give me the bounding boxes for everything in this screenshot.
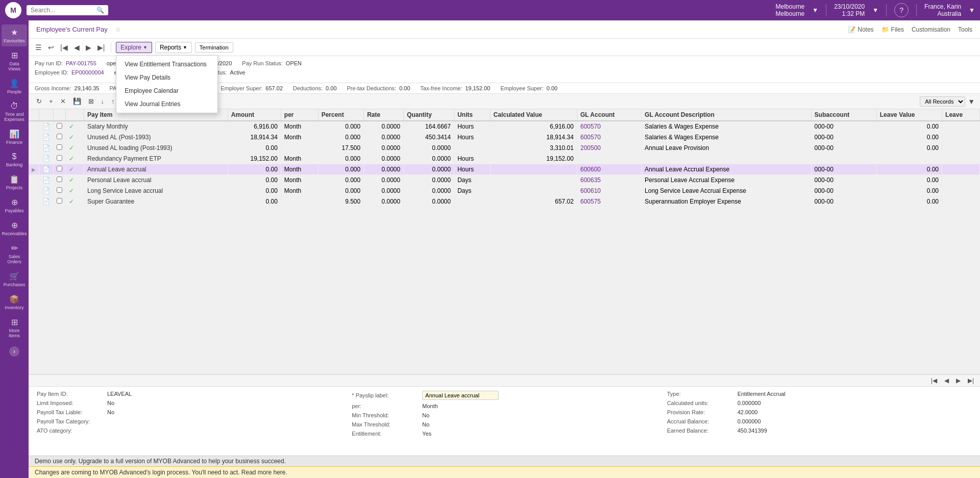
explore-menu-item-3[interactable]: View Journal Entries xyxy=(116,97,217,111)
cell-checkbox[interactable] xyxy=(54,143,66,154)
sidebar-item-data-views[interactable]: ⊞ Data Views xyxy=(2,47,27,74)
cell-doc-icon: 📄 xyxy=(39,186,54,196)
explore-menu-item-2[interactable]: Employee Calendar xyxy=(116,84,217,97)
grid-add-button[interactable]: + xyxy=(46,96,56,106)
bottom-next-btn[interactable]: ▶ xyxy=(954,376,963,385)
customisation-link[interactable]: Customisation xyxy=(912,26,950,33)
grid-export-button[interactable]: ⊠ xyxy=(86,96,96,106)
type-row: Type: Entitlement Accrual xyxy=(667,391,972,397)
cell-percent: 0.000 xyxy=(318,186,364,196)
cell-calc-value: 657.02 xyxy=(490,196,577,207)
sidebar-item-purchases[interactable]: 🛒 Purchases xyxy=(2,268,27,290)
earned-balance-value: 450.341399 xyxy=(738,427,767,434)
pay-item-id-label: Pay Item ID: xyxy=(37,391,103,397)
cell-checkbox[interactable] xyxy=(54,186,66,196)
clock-icon: ⏱ xyxy=(10,102,18,111)
cell-units: Hours xyxy=(454,154,491,164)
favourite-star-icon[interactable]: ☆ xyxy=(115,26,121,33)
cell-checkbox[interactable] xyxy=(54,121,66,132)
max-threshold-row: Max Threshold: No xyxy=(352,421,656,427)
filter-icon[interactable]: ▼ xyxy=(968,97,975,106)
cell-calc-value: 3,310.01 xyxy=(490,143,577,154)
undo-button[interactable]: ↩ xyxy=(46,42,56,53)
explore-menu-item-0[interactable]: View Entitlement Transactions xyxy=(116,58,217,71)
chevron-down-icon[interactable]: ▼ xyxy=(812,7,818,14)
pre-tax-deductions-field: Pre-tax Deductions: 0.00 xyxy=(347,85,410,91)
cell-chevron xyxy=(29,132,39,143)
sidebar-item-banking[interactable]: $ Banking xyxy=(2,149,27,170)
files-link[interactable]: 📁 Files xyxy=(881,26,904,33)
cell-subaccount: 000-00 xyxy=(811,196,876,207)
explore-menu-item-1[interactable]: View Pay Details xyxy=(116,71,217,84)
sidebar-item-receivables[interactable]: ⊕ Receivables xyxy=(2,217,27,239)
cell-gl-account: 200500 xyxy=(577,143,641,154)
cell-checkbox[interactable] xyxy=(54,196,66,207)
sidebar-item-projects[interactable]: 📋 Projects xyxy=(2,171,27,193)
provision-rate-row: Provision Rate: 42.0000 xyxy=(667,409,972,415)
cell-doc-icon: 📄 xyxy=(39,121,54,132)
col-chevron xyxy=(29,109,39,121)
sidebar-item-people[interactable]: 👤 People xyxy=(2,76,27,97)
search-box[interactable]: 🔍 xyxy=(27,5,108,15)
cell-checkbox[interactable] xyxy=(54,132,66,143)
sidebar-item-payables[interactable]: ⊕ Payables xyxy=(2,194,27,216)
bottom-first-btn[interactable]: |◀ xyxy=(929,376,939,385)
table-row[interactable]: 📄 ✓ Salary Monthly 6,916.00 Month 0.000 … xyxy=(29,121,980,132)
pay-run-id-value[interactable]: PAY-001755 xyxy=(66,60,96,66)
grid-delete-button[interactable]: ✕ xyxy=(58,96,68,106)
grid-save-button[interactable]: 💾 xyxy=(70,96,84,106)
employee-id-value[interactable]: EP00000004 xyxy=(71,69,104,76)
payslip-label-input[interactable] xyxy=(422,391,499,400)
cell-checkbox[interactable] xyxy=(54,175,66,186)
bottom-prev-btn[interactable]: ◀ xyxy=(942,376,951,385)
per-value: Month xyxy=(422,403,438,409)
sidebar-item-finance[interactable]: 📊 Finance xyxy=(2,126,27,148)
table-row[interactable]: 📄 ✓ Unused AL (Post-1993) 18,914.34 Mont… xyxy=(29,132,980,143)
bottom-last-btn[interactable]: ▶| xyxy=(966,376,976,385)
sidebar-item-inventory[interactable]: 📦 Inventory xyxy=(2,291,27,313)
cell-checkbox[interactable] xyxy=(54,154,66,164)
clipboard-icon: 📋 xyxy=(9,174,19,184)
grid-refresh-button[interactable]: ↻ xyxy=(34,96,44,106)
tax-free-income-field: Tax-free Income: 19,152.00 xyxy=(421,85,491,91)
termination-button[interactable]: Termination xyxy=(195,42,233,53)
search-icon: 🔍 xyxy=(96,7,104,14)
sidebar-item-label: Time and Expenses xyxy=(4,112,25,122)
records-dropdown[interactable]: All Records xyxy=(920,96,965,107)
cell-checkbox[interactable] xyxy=(54,164,66,175)
toggle-panel-button[interactable]: ☰ xyxy=(34,42,43,53)
cell-rate: 0.0000 xyxy=(364,164,404,175)
notes-link[interactable]: 📝 Notes xyxy=(848,26,873,33)
sidebar-item-sales-orders[interactable]: ✏ Sales Orders xyxy=(2,240,27,267)
user-chevron-icon[interactable]: ▼ xyxy=(969,7,975,14)
divider3 xyxy=(916,4,917,16)
prev-record-button[interactable]: ◀ xyxy=(72,42,81,53)
tools-link[interactable]: Tools xyxy=(958,26,972,33)
last-record-button[interactable]: ▶| xyxy=(96,42,107,53)
table-row[interactable]: 📄 ✓ Unused AL loading (Post-1993) 0.00 1… xyxy=(29,143,980,154)
cell-rate: 0.0000 xyxy=(364,186,404,196)
table-row[interactable]: ▶ 📄 ✓ Annual Leave accrual 0.00 Month 0.… xyxy=(29,164,980,175)
first-record-button[interactable]: |◀ xyxy=(59,42,69,53)
reports-button[interactable]: Reports ▼ xyxy=(155,42,192,53)
table-row[interactable]: 📄 ✓ Long Service Leave accrual 0.00 Mont… xyxy=(29,186,980,196)
next-record-button[interactable]: ▶ xyxy=(84,42,93,53)
explore-button[interactable]: Explore ▼ xyxy=(116,42,152,53)
help-button[interactable]: ? xyxy=(894,3,909,17)
cell-gl-desc: Superannuation Employer Expense xyxy=(642,196,811,207)
sidebar-item-more[interactable]: ⊞ More Items xyxy=(2,314,27,341)
table-row[interactable]: 📄 ✓ Super Guarantee 0.00 9.500 0.0000 0.… xyxy=(29,196,980,207)
cell-per: Month xyxy=(281,186,318,196)
employee-id-field: Employee ID: EP00000004 xyxy=(35,69,104,76)
sidebar-item-time-expenses[interactable]: ⏱ Time and Expenses xyxy=(2,98,27,125)
cell-leave xyxy=(942,175,980,186)
grid-down-button[interactable]: ↓ xyxy=(99,96,107,106)
search-input[interactable] xyxy=(31,7,94,14)
cell-units xyxy=(454,196,491,207)
table-row[interactable]: 📄 ✓ Personal Leave accrual 0.00 Month 0.… xyxy=(29,175,980,186)
pre-tax-deductions-value: 0.00 xyxy=(399,85,410,91)
sidebar-expand-button[interactable]: › xyxy=(9,346,19,357)
sidebar-item-favourites[interactable]: ★ Favourites xyxy=(2,24,27,46)
chevron-down-icon2[interactable]: ▼ xyxy=(872,7,878,14)
table-row[interactable]: 📄 ✓ Redundancy Payment ETP 19,152.00 Mon… xyxy=(29,154,980,164)
